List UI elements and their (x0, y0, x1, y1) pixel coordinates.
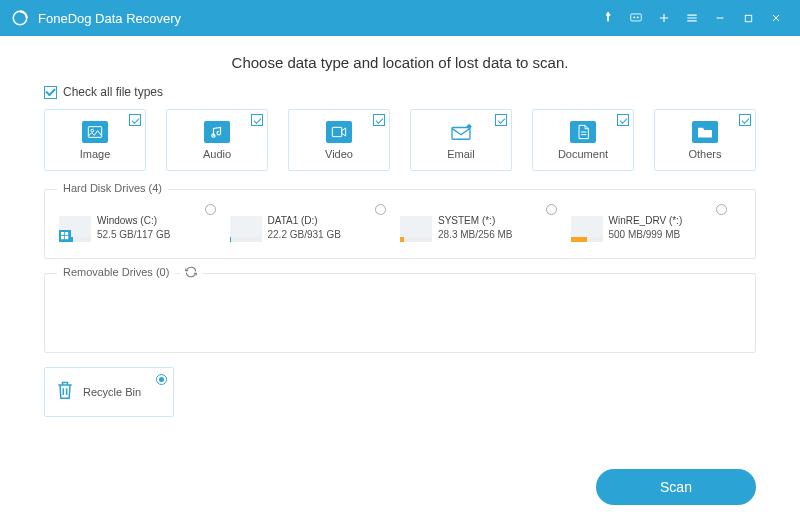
type-audio-label: Audio (203, 148, 231, 160)
page-heading: Choose data type and location of lost da… (44, 54, 756, 71)
svg-rect-13 (65, 236, 68, 239)
svg-point-3 (637, 17, 638, 18)
trash-icon (55, 379, 75, 405)
refresh-icon[interactable] (180, 265, 202, 283)
app-logo-icon (10, 8, 30, 28)
file-type-row: Image Audio Video Email Document Others (44, 109, 756, 171)
drive-radio[interactable] (375, 204, 386, 215)
drive-info: WinRE_DRV (*:) 500 MB/999 MB (609, 214, 683, 242)
audio-icon (204, 121, 230, 143)
drive-radio[interactable] (546, 204, 557, 215)
plus-icon[interactable] (650, 0, 678, 36)
hard-disk-title: Hard Disk Drives (4) (57, 182, 168, 194)
type-video-label: Video (325, 148, 353, 160)
type-email-label: Email (447, 148, 475, 160)
drive-size: 28.3 MB/256 MB (438, 228, 512, 242)
svg-point-7 (213, 133, 215, 135)
drive-radio[interactable] (716, 204, 727, 215)
svg-rect-11 (65, 232, 68, 235)
recycle-bin-card[interactable]: Recycle Bin (44, 367, 174, 417)
type-video-checkbox[interactable] (373, 114, 385, 126)
type-document-label: Document (558, 148, 608, 160)
drive-size: 500 MB/999 MB (609, 228, 683, 242)
folder-icon (692, 121, 718, 143)
drive-icon (59, 216, 91, 242)
drive-name: DATA1 (D:) (268, 214, 341, 228)
drive-icon (400, 216, 432, 242)
drive-icon (571, 216, 603, 242)
type-others-label: Others (688, 148, 721, 160)
drive-name: Windows (C:) (97, 214, 170, 228)
image-icon (82, 121, 108, 143)
drive-info: Windows (C:) 52.5 GB/117 GB (97, 214, 170, 242)
feedback-icon[interactable] (622, 0, 650, 36)
scan-button[interactable]: Scan (596, 469, 756, 505)
svg-point-2 (634, 17, 635, 18)
check-all-row[interactable]: Check all file types (44, 85, 756, 99)
type-image-label: Image (80, 148, 111, 160)
type-email[interactable]: Email (410, 109, 512, 171)
drive-info: SYSTEM (*:) 28.3 MB/256 MB (438, 214, 512, 242)
type-video[interactable]: Video (288, 109, 390, 171)
svg-rect-12 (61, 236, 64, 239)
type-document-checkbox[interactable] (617, 114, 629, 126)
type-image[interactable]: Image (44, 109, 146, 171)
drive-name: SYSTEM (*:) (438, 214, 512, 228)
type-audio[interactable]: Audio (166, 109, 268, 171)
drive-item[interactable]: WinRE_DRV (*:) 500 MB/999 MB (571, 204, 742, 242)
menu-icon[interactable] (678, 0, 706, 36)
drive-name: WinRE_DRV (*:) (609, 214, 683, 228)
svg-rect-5 (88, 126, 101, 137)
hard-disk-section: Hard Disk Drives (4) Windows (C:) 52.5 G… (44, 189, 756, 259)
document-icon (570, 121, 596, 143)
recycle-label: Recycle Bin (83, 386, 141, 398)
drive-size: 52.5 GB/117 GB (97, 228, 170, 242)
svg-rect-1 (631, 14, 642, 21)
drive-radio[interactable] (205, 204, 216, 215)
type-image-checkbox[interactable] (129, 114, 141, 126)
drive-info: DATA1 (D:) 22.2 GB/931 GB (268, 214, 341, 242)
minimize-icon[interactable] (706, 0, 734, 36)
titlebar: FoneDog Data Recovery (0, 0, 800, 36)
drive-item[interactable]: SYSTEM (*:) 28.3 MB/256 MB (400, 204, 571, 242)
check-all-label: Check all file types (63, 85, 163, 99)
app-title: FoneDog Data Recovery (38, 11, 594, 26)
removable-title: Removable Drives (0) (57, 266, 175, 278)
check-all-checkbox[interactable] (44, 86, 57, 99)
svg-rect-9 (452, 127, 470, 139)
type-audio-checkbox[interactable] (251, 114, 263, 126)
type-others[interactable]: Others (654, 109, 756, 171)
type-email-checkbox[interactable] (495, 114, 507, 126)
email-icon (448, 121, 474, 143)
type-document[interactable]: Document (532, 109, 634, 171)
recycle-radio[interactable] (156, 374, 167, 385)
drive-size: 22.2 GB/931 GB (268, 228, 341, 242)
drive-item[interactable]: Windows (C:) 52.5 GB/117 GB (59, 204, 230, 242)
drive-item[interactable]: DATA1 (D:) 22.2 GB/931 GB (230, 204, 401, 242)
svg-rect-8 (332, 127, 341, 136)
drive-icon (230, 216, 262, 242)
close-icon[interactable] (762, 0, 790, 36)
scan-button-label: Scan (660, 479, 692, 495)
svg-point-6 (91, 129, 94, 132)
svg-rect-4 (745, 15, 751, 21)
facebook-icon[interactable] (594, 0, 622, 36)
video-icon (326, 121, 352, 143)
type-others-checkbox[interactable] (739, 114, 751, 126)
maximize-icon[interactable] (734, 0, 762, 36)
removable-section: Removable Drives (0) (44, 273, 756, 353)
svg-rect-10 (61, 232, 64, 235)
